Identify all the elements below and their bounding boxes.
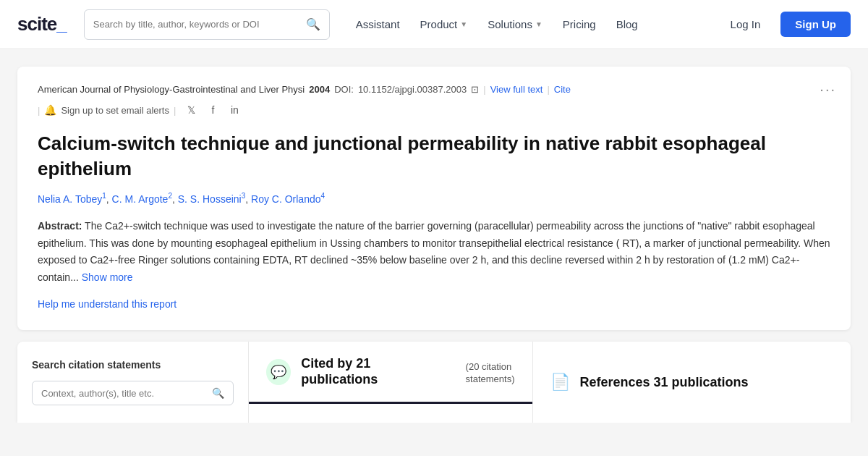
copy-icon[interactable]: ⊡ xyxy=(471,84,479,95)
publication-year: 2004 xyxy=(309,84,330,95)
nav-product[interactable]: Product ▼ xyxy=(412,12,477,36)
references-panel[interactable]: 📄 References 31 publications xyxy=(533,342,851,423)
citation-search-input[interactable] xyxy=(41,388,206,399)
nav-blog[interactable]: Blog xyxy=(608,12,647,36)
logo[interactable]: scite_ xyxy=(17,13,67,35)
facebook-icon[interactable]: f xyxy=(205,102,221,118)
search-citations-panel: Search citation statements 🔍 xyxy=(17,342,249,423)
view-full-text-link[interactable]: View full text xyxy=(490,84,543,95)
author-3[interactable]: S. S. Hosseini xyxy=(178,193,242,205)
signup-button[interactable]: Sign Up xyxy=(780,12,851,37)
nav-solutions[interactable]: Solutions ▼ xyxy=(479,12,551,36)
citation-search-icon: 🔍 xyxy=(212,387,224,399)
doi-value: 10.1152/ajpgi.00387.2003 xyxy=(358,84,467,95)
email-alert-text[interactable]: Sign up to set email alerts xyxy=(61,105,169,116)
search-box: 🔍 xyxy=(84,9,330,40)
cited-bubble-icon: 💬 xyxy=(266,359,291,385)
nav-assistant[interactable]: Assistant xyxy=(347,12,409,36)
bottom-panels: Search citation statements 🔍 💬 Cited by … xyxy=(17,342,851,423)
email-alert-line: | 🔔 Sign up to set email alerts | 𝕏 f in xyxy=(38,102,830,118)
author-1[interactable]: Nelia A. Tobey xyxy=(38,193,102,205)
citation-statements-line1: (20 citation xyxy=(466,361,512,372)
twitter-icon[interactable]: 𝕏 xyxy=(183,102,199,118)
nav-actions: Log In Sign Up xyxy=(719,12,851,37)
cited-by-tab[interactable]: 💬 Cited by 21 publications (20 citation … xyxy=(249,342,532,404)
citation-statements-line2: statements) xyxy=(466,373,515,384)
solutions-chevron-icon: ▼ xyxy=(535,20,542,28)
navbar: scite_ 🔍 Assistant Product ▼ Solutions ▼… xyxy=(0,0,868,49)
main-content: ··· American Journal of Physiology-Gastr… xyxy=(0,49,868,423)
more-options-button[interactable]: ··· xyxy=(820,81,836,98)
abstract-text: The Ca2+-switch technique was used to in… xyxy=(38,220,830,283)
cited-by-panel: 💬 Cited by 21 publications (20 citation … xyxy=(249,342,533,423)
nav-links: Assistant Product ▼ Solutions ▼ Pricing … xyxy=(347,12,713,36)
cite-link[interactable]: Cite xyxy=(554,84,571,95)
authors-line: Nelia A. Tobey1, C. M. Argote2, S. S. Ho… xyxy=(38,192,830,205)
journal-name: American Journal of Physiology-Gastroint… xyxy=(38,84,305,95)
author-2[interactable]: C. M. Argote xyxy=(112,193,169,205)
show-more-link[interactable]: Show more xyxy=(82,271,133,283)
article-meta-line: American Journal of Physiology-Gastroint… xyxy=(38,84,830,95)
search-icon: 🔍 xyxy=(306,17,320,31)
cited-main-text: Cited by 21 publications xyxy=(301,356,443,387)
search-input[interactable] xyxy=(93,19,300,30)
citation-search-box: 🔍 xyxy=(32,381,234,405)
social-icons: 𝕏 f in xyxy=(183,102,242,118)
article-title: Calcium-switch technique and junctional … xyxy=(38,131,830,182)
nav-pricing[interactable]: Pricing xyxy=(554,12,605,36)
article-card: ··· American Journal of Physiology-Gastr… xyxy=(17,67,851,330)
abstract-label: Abstract: xyxy=(38,220,82,232)
citation-statements-group: (20 citation statements) xyxy=(466,360,515,384)
login-button[interactable]: Log In xyxy=(719,12,773,36)
abstract-section: Abstract: The Ca2+-switch technique was … xyxy=(38,218,830,287)
cited-text-group: Cited by 21 publications xyxy=(301,356,443,387)
search-citations-title: Search citation statements xyxy=(32,359,234,371)
product-chevron-icon: ▼ xyxy=(460,20,467,28)
bell-icon: 🔔 xyxy=(44,104,56,116)
references-icon: 📄 xyxy=(550,373,570,392)
help-understand-link[interactable]: Help me understand this report xyxy=(38,298,176,310)
linkedin-icon[interactable]: in xyxy=(226,102,242,118)
doi-label: DOI: xyxy=(334,84,354,95)
references-text: References 31 publications xyxy=(580,375,749,390)
author-4[interactable]: Roy C. Orlando xyxy=(251,193,320,205)
